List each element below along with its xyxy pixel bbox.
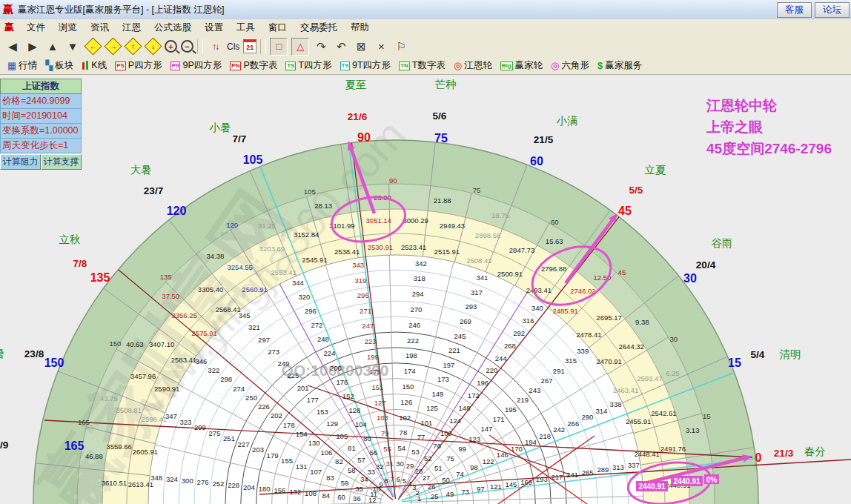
degree-label: 30 bbox=[683, 272, 697, 285]
rotate-ccw-icon[interactable]: ↶ bbox=[333, 39, 349, 55]
pan-left-icon[interactable]: ← bbox=[85, 39, 101, 55]
9t-square-label: 9T四方形 bbox=[352, 59, 391, 72]
svg-text:77: 77 bbox=[417, 433, 426, 441]
svg-text:338: 338 bbox=[610, 400, 622, 408]
zoom-out-icon[interactable]: − bbox=[181, 40, 193, 53]
winner-service-label: 赢家服务 bbox=[605, 59, 642, 72]
svg-text:34: 34 bbox=[360, 475, 368, 483]
svg-text:247: 247 bbox=[362, 322, 374, 330]
svg-text:292: 292 bbox=[513, 329, 525, 337]
svg-text:40.63: 40.63 bbox=[126, 340, 144, 348]
rotate-cw-icon[interactable]: ↷ bbox=[313, 39, 329, 55]
sort-updown-icon[interactable]: ↑↓ bbox=[207, 39, 223, 55]
view-quotes[interactable]: ▦行情 bbox=[4, 59, 40, 73]
9p-square-icon: P9 bbox=[170, 62, 181, 70]
view-hexagon[interactable]: ◎六角形 bbox=[548, 59, 592, 73]
svg-text:2644.32: 2644.32 bbox=[619, 342, 644, 351]
calc-resistance-button[interactable]: 计算阻力 bbox=[0, 154, 41, 170]
menu-item-6[interactable]: 工具 bbox=[230, 21, 262, 34]
view-t-table[interactable]: TNT数字表 bbox=[396, 59, 448, 73]
svg-text:3152.84: 3152.84 bbox=[294, 231, 319, 239]
svg-text:221: 221 bbox=[448, 346, 460, 354]
calc-support-button[interactable]: 计算支撑 bbox=[41, 154, 82, 170]
winner-service-icon: $ bbox=[597, 60, 603, 71]
9t-square-icon: T9 bbox=[340, 62, 350, 70]
menu-item-9[interactable]: 帮助 bbox=[344, 21, 376, 34]
svg-text:174: 174 bbox=[404, 367, 416, 375]
svg-text:297: 297 bbox=[258, 336, 270, 344]
clear-flag-icon[interactable]: ⚐ bbox=[393, 39, 409, 55]
view-winner-service[interactable]: $赢家服务 bbox=[595, 59, 645, 73]
pan-down-icon[interactable]: ↓ bbox=[145, 39, 161, 55]
svg-text:3305.40: 3305.40 bbox=[198, 285, 223, 294]
menu-item-0[interactable]: 文件 bbox=[20, 21, 52, 34]
customer-service-button[interactable]: 客服 bbox=[777, 2, 812, 18]
view-p-table[interactable]: PNP数字表 bbox=[227, 59, 280, 73]
view-kline[interactable]: K线 bbox=[79, 59, 110, 73]
svg-text:74: 74 bbox=[456, 470, 464, 478]
quotes-icon: ▦ bbox=[7, 60, 16, 71]
nav-right-icon[interactable]: ▶ bbox=[24, 39, 41, 55]
svg-text:2553.41: 2553.41 bbox=[271, 268, 297, 276]
zoom-in-icon[interactable]: + bbox=[165, 40, 177, 53]
svg-text:223: 223 bbox=[365, 337, 377, 345]
t-table-icon: TN bbox=[399, 62, 410, 70]
svg-text:2568.41: 2568.41 bbox=[215, 305, 240, 314]
view-t-square[interactable]: TST四方形 bbox=[282, 59, 334, 73]
menu-item-2[interactable]: 资讯 bbox=[84, 21, 116, 34]
svg-text:272: 272 bbox=[311, 321, 323, 329]
nav-up-icon[interactable]: ▲ bbox=[44, 39, 61, 55]
svg-text:76: 76 bbox=[433, 442, 441, 450]
svg-text:52: 52 bbox=[424, 454, 432, 462]
forum-button[interactable]: 论坛 bbox=[815, 2, 850, 18]
svg-text:2613.41: 2613.41 bbox=[128, 480, 153, 488]
view-winner-wheel[interactable]: Big赢家轮 bbox=[497, 59, 546, 73]
calendar-icon[interactable]: 21 bbox=[243, 39, 256, 53]
draw-square-icon[interactable]: □ bbox=[270, 38, 288, 56]
svg-text:150: 150 bbox=[109, 339, 121, 348]
menu-item-7[interactable]: 窗口 bbox=[262, 21, 294, 34]
svg-text:2560.91: 2560.91 bbox=[242, 285, 267, 294]
svg-text:194: 194 bbox=[525, 438, 537, 446]
menu-item-4[interactable]: 公式选股 bbox=[148, 21, 198, 34]
symbol-title: 上证指数 bbox=[0, 79, 82, 94]
note-line-3: 45度空间2746-2796 bbox=[706, 138, 832, 159]
svg-text:314: 314 bbox=[596, 407, 608, 415]
svg-text:3254.55: 3254.55 bbox=[228, 263, 253, 271]
svg-text:131: 131 bbox=[296, 462, 308, 471]
svg-text:125: 125 bbox=[426, 404, 438, 412]
svg-text:320: 320 bbox=[299, 293, 311, 301]
svg-text:145: 145 bbox=[506, 480, 517, 488]
solar-term-label: 谷雨 bbox=[712, 237, 733, 249]
menu-item-1[interactable]: 浏览 bbox=[52, 21, 84, 34]
svg-text:127: 127 bbox=[374, 399, 386, 407]
box-select-icon[interactable]: ⊠ bbox=[353, 39, 369, 55]
svg-text:342: 342 bbox=[415, 259, 427, 268]
cls-icon[interactable]: Cls bbox=[227, 39, 239, 55]
date-label: 23/7 bbox=[144, 185, 163, 196]
pan-right-icon[interactable]: → bbox=[105, 39, 121, 55]
svg-text:2847.73: 2847.73 bbox=[509, 246, 534, 254]
t-square-icon: TS bbox=[285, 62, 296, 70]
view-gann-wheel[interactable]: ◎江恩轮 bbox=[451, 59, 495, 73]
nav-left-icon[interactable]: ◀ bbox=[4, 39, 21, 55]
view-9t-square[interactable]: T99T四方形 bbox=[337, 59, 394, 73]
svg-text:124: 124 bbox=[449, 417, 461, 425]
svg-text:8: 8 bbox=[384, 477, 388, 485]
menu-item-8[interactable]: 交易委托 bbox=[294, 21, 344, 34]
svg-text:79: 79 bbox=[381, 429, 389, 437]
view-p-square[interactable]: PSP四方形 bbox=[112, 59, 165, 73]
svg-text:321: 321 bbox=[248, 323, 260, 331]
pan-up-icon[interactable]: ↑ bbox=[125, 39, 141, 55]
view-sectors[interactable]: ▚板块 bbox=[42, 59, 76, 73]
nav-down-icon[interactable]: ▼ bbox=[64, 39, 81, 55]
menu-item-3[interactable]: 江恩 bbox=[116, 21, 148, 34]
solar-term-label: 夏至 bbox=[345, 79, 367, 90]
view-9p-square[interactable]: P99P四方形 bbox=[168, 59, 225, 73]
crosshair-icon[interactable]: × bbox=[373, 39, 389, 55]
menu-item-5[interactable]: 设置 bbox=[198, 21, 230, 34]
draw-triangle-icon[interactable]: △ bbox=[291, 38, 309, 56]
svg-text:2485.91: 2485.91 bbox=[552, 307, 577, 315]
svg-text:244: 244 bbox=[495, 354, 507, 362]
svg-text:249: 249 bbox=[277, 359, 289, 368]
